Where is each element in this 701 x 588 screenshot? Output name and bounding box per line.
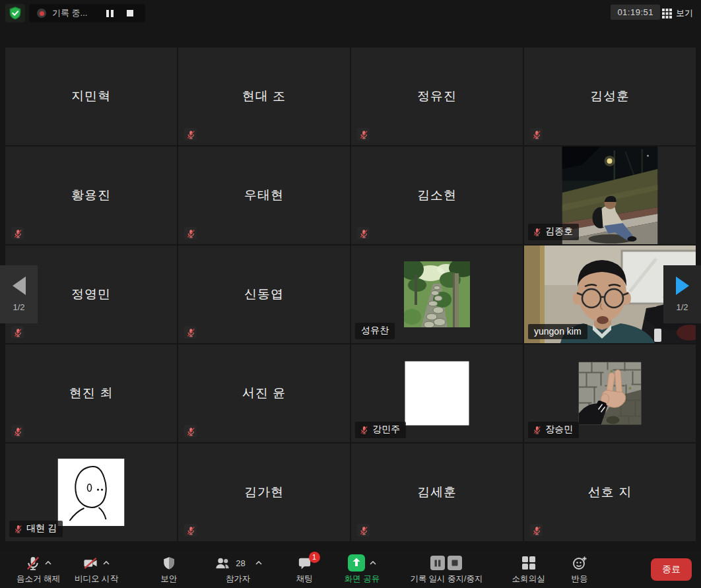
participant-name: 김종호 bbox=[545, 226, 573, 238]
audio-options-chevron[interactable] bbox=[45, 561, 51, 565]
page-indicator: 1/2 bbox=[13, 302, 24, 312]
stop-icon bbox=[451, 560, 458, 566]
recording-controls: 기록 일시 중지/중지 bbox=[403, 554, 490, 585]
stop-recording-button[interactable] bbox=[448, 556, 462, 570]
participant-name-label: 강민주 bbox=[355, 422, 406, 438]
participant-tile[interactable]: 김종호 bbox=[524, 147, 696, 244]
participant-name: 성유찬 bbox=[361, 325, 389, 337]
participant-name: 선호 지 bbox=[588, 484, 632, 501]
recording-dot-icon bbox=[37, 9, 46, 18]
participant-tile[interactable]: 황용진 bbox=[5, 147, 177, 244]
share-screen-button[interactable]: 화면 공유 bbox=[337, 554, 387, 585]
participant-tile[interactable]: 대현 김 bbox=[5, 443, 177, 541]
start-video-label: 비디오 시작 bbox=[75, 573, 118, 585]
muted-mic-icon bbox=[184, 128, 197, 141]
mic-muted-icon bbox=[25, 556, 40, 571]
share-screen-label: 화면 공유 bbox=[345, 573, 380, 585]
meeting-info-shield-button[interactable] bbox=[5, 4, 25, 22]
participant-name: yungon kim bbox=[534, 326, 582, 337]
participant-tile[interactable]: 서진 윤 bbox=[178, 344, 350, 442]
participant-count: 28 bbox=[236, 558, 245, 568]
meeting-timer: 01:19:51 bbox=[611, 5, 660, 20]
muted-mic-icon bbox=[357, 524, 370, 537]
muted-mic-icon bbox=[184, 524, 197, 537]
participant-tile[interactable]: 김가현 bbox=[178, 443, 350, 541]
chat-label: 채팅 bbox=[296, 573, 313, 585]
participant-name: 황용진 bbox=[71, 187, 111, 204]
participant-tile[interactable]: 현대 조 bbox=[178, 48, 350, 145]
participant-tile[interactable]: 정유진 bbox=[351, 48, 523, 145]
participant-tile[interactable]: 현진 최 bbox=[5, 344, 177, 442]
pause-recording-button[interactable] bbox=[430, 556, 445, 570]
participant-avatar-blank bbox=[405, 362, 469, 426]
participant-tile[interactable]: 장승민 bbox=[524, 344, 696, 442]
participant-tile[interactable]: 김성훈 bbox=[524, 48, 696, 145]
top-bar: 기록 중... 01:19:51 보기 bbox=[0, 0, 701, 33]
share-screen-icon bbox=[348, 554, 365, 572]
security-button[interactable]: 보안 bbox=[153, 554, 184, 585]
participant-tile[interactable]: 김세훈 bbox=[351, 443, 523, 541]
gallery-prev-page-button[interactable]: 1/2 bbox=[0, 265, 38, 323]
view-button-label: 보기 bbox=[676, 7, 693, 19]
four-squares-icon bbox=[521, 556, 536, 570]
video-options-chevron[interactable] bbox=[103, 561, 110, 565]
muted-mic-icon bbox=[184, 326, 197, 339]
end-meeting-button[interactable]: 종료 bbox=[651, 558, 692, 581]
participant-name: 서진 윤 bbox=[242, 385, 286, 402]
participant-name: 김소현 bbox=[417, 187, 457, 204]
muted-mic-icon bbox=[357, 227, 370, 240]
muted-mic-icon bbox=[533, 426, 541, 434]
view-button[interactable]: 보기 bbox=[659, 6, 696, 20]
page-indicator: 1/2 bbox=[676, 302, 688, 312]
meeting-toolbar: 음소거 해제 비디오 시작 보안 bbox=[0, 551, 701, 588]
participant-tile[interactable]: 지민혁 bbox=[5, 48, 177, 145]
shield-icon bbox=[162, 556, 176, 571]
grid-view-icon bbox=[662, 9, 672, 18]
participant-name-label: 대현 김 bbox=[9, 521, 63, 537]
participant-avatar-doodle bbox=[58, 459, 125, 526]
muted-mic-icon bbox=[11, 326, 24, 339]
participant-gallery: 지민혁 현대 조 정유진 김성훈 황용진 우태현 김소현 bbox=[5, 48, 696, 541]
participant-tile[interactable]: 강민주 bbox=[351, 344, 523, 442]
pause-icon bbox=[434, 560, 441, 567]
green-shield-check-icon bbox=[8, 6, 22, 20]
security-label: 보안 bbox=[160, 573, 177, 585]
start-video-button[interactable]: 비디오 시작 bbox=[67, 554, 125, 585]
muted-mic-icon bbox=[184, 425, 197, 438]
recording-pause-button[interactable] bbox=[102, 6, 117, 20]
camera-off-icon bbox=[83, 556, 98, 571]
participant-tile[interactable]: 선호 지 bbox=[524, 443, 696, 541]
participant-tile[interactable]: 김소현 bbox=[351, 147, 523, 244]
chat-button[interactable]: 1 채팅 bbox=[289, 554, 320, 585]
participant-name: 현진 최 bbox=[69, 385, 113, 402]
participants-options-chevron[interactable] bbox=[255, 561, 262, 565]
participant-tile[interactable]: 성유찬 bbox=[351, 245, 523, 343]
participant-name: 강민주 bbox=[372, 424, 400, 436]
share-options-chevron[interactable] bbox=[370, 561, 376, 565]
gallery-next-page-button[interactable]: 1/2 bbox=[663, 265, 701, 323]
chat-badge: 1 bbox=[309, 552, 320, 563]
recording-indicator: 기록 중... bbox=[29, 4, 145, 22]
participant-name-label: 성유찬 bbox=[355, 323, 395, 339]
participant-name: 현대 조 bbox=[242, 88, 286, 105]
unmute-button[interactable]: 음소거 해제 bbox=[9, 554, 67, 585]
participant-name: 신동엽 bbox=[244, 286, 284, 303]
breakout-rooms-label: 소회의실 bbox=[512, 573, 545, 585]
recording-stop-button[interactable] bbox=[123, 6, 137, 20]
muted-mic-icon bbox=[357, 128, 370, 141]
participant-name-label: yungon kim bbox=[528, 324, 587, 339]
participant-name: 대현 김 bbox=[26, 523, 57, 535]
unmute-label: 음소거 해제 bbox=[17, 573, 60, 585]
participant-name: 장승민 bbox=[545, 424, 573, 436]
participant-tile[interactable]: 신동엽 bbox=[178, 245, 350, 343]
participants-label: 참가자 bbox=[226, 573, 251, 585]
participant-name: 지민혁 bbox=[71, 88, 111, 105]
reactions-button[interactable]: 반응 bbox=[564, 554, 595, 585]
participants-button[interactable]: 28 참가자 bbox=[207, 554, 269, 585]
chevron-left-icon bbox=[13, 277, 26, 295]
muted-mic-icon bbox=[530, 128, 543, 141]
participant-tile[interactable]: 우태현 bbox=[178, 147, 350, 244]
muted-mic-icon bbox=[530, 524, 543, 537]
participant-name: 정영민 bbox=[71, 286, 111, 303]
breakout-rooms-button[interactable]: 소회의실 bbox=[505, 554, 552, 585]
